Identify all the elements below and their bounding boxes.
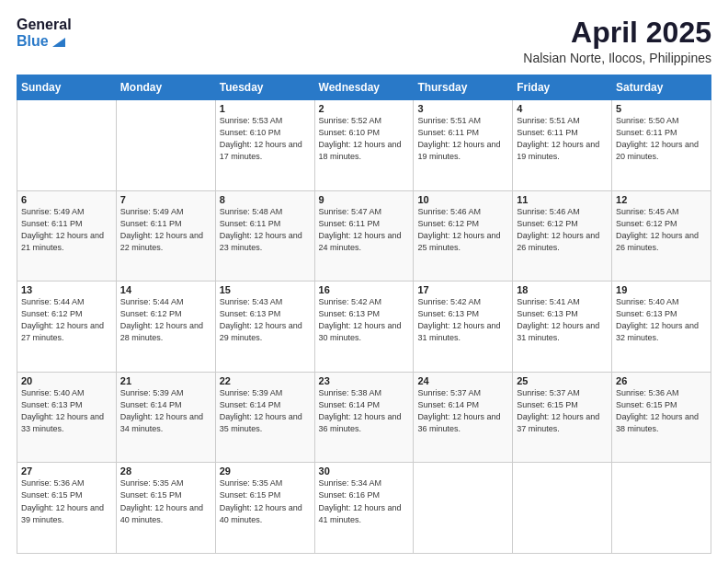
day-number: 14	[120, 284, 211, 295]
calendar-cell: 30Sunrise: 5:34 AM Sunset: 6:16 PM Dayli…	[314, 463, 414, 554]
title-block: April 2025 Nalsian Norte, Ilocos, Philip…	[523, 17, 711, 65]
day-number: 22	[220, 375, 311, 386]
day-info: Sunrise: 5:52 AM Sunset: 6:10 PM Dayligh…	[319, 115, 410, 163]
day-number: 24	[417, 375, 508, 386]
calendar-cell: 9Sunrise: 5:47 AM Sunset: 6:11 PM Daylig…	[314, 190, 414, 282]
day-number: 27	[21, 465, 112, 477]
day-info: Sunrise: 5:35 AM Sunset: 6:15 PM Dayligh…	[120, 477, 211, 525]
calendar-cell	[116, 100, 215, 191]
logo: General Blue	[17, 17, 72, 51]
calendar-cell: 11Sunrise: 5:46 AM Sunset: 6:12 PM Dayli…	[513, 190, 612, 282]
calendar-cell: 12Sunrise: 5:45 AM Sunset: 6:12 PM Dayli…	[612, 190, 711, 282]
day-info: Sunrise: 5:44 AM Sunset: 6:12 PM Dayligh…	[120, 296, 211, 344]
calendar-cell: 25Sunrise: 5:37 AM Sunset: 6:15 PM Dayli…	[513, 372, 612, 463]
calendar-cell: 27Sunrise: 5:36 AM Sunset: 6:15 PM Dayli…	[17, 463, 117, 554]
day-number: 28	[120, 465, 211, 477]
day-number: 1	[220, 103, 311, 114]
calendar-cell: 6Sunrise: 5:49 AM Sunset: 6:11 PM Daylig…	[17, 190, 117, 282]
day-number: 30	[319, 465, 410, 477]
calendar-cell: 15Sunrise: 5:43 AM Sunset: 6:13 PM Dayli…	[215, 282, 314, 373]
day-number: 21	[120, 375, 211, 386]
day-info: Sunrise: 5:42 AM Sunset: 6:13 PM Dayligh…	[417, 296, 508, 344]
header-thursday: Thursday	[414, 75, 513, 100]
day-number: 3	[417, 103, 508, 114]
day-info: Sunrise: 5:53 AM Sunset: 6:10 PM Dayligh…	[220, 115, 311, 163]
calendar-cell: 7Sunrise: 5:49 AM Sunset: 6:11 PM Daylig…	[116, 190, 215, 282]
location: Nalsian Norte, Ilocos, Philippines	[523, 51, 711, 65]
calendar-cell	[612, 463, 711, 554]
calendar-cell: 3Sunrise: 5:51 AM Sunset: 6:11 PM Daylig…	[414, 100, 513, 191]
calendar-cell: 17Sunrise: 5:42 AM Sunset: 6:13 PM Dayli…	[414, 282, 513, 373]
day-info: Sunrise: 5:48 AM Sunset: 6:11 PM Dayligh…	[220, 206, 311, 254]
calendar-cell: 19Sunrise: 5:40 AM Sunset: 6:13 PM Dayli…	[612, 282, 711, 373]
day-info: Sunrise: 5:45 AM Sunset: 6:12 PM Dayligh…	[616, 206, 707, 254]
day-number: 12	[616, 194, 707, 205]
day-info: Sunrise: 5:40 AM Sunset: 6:13 PM Dayligh…	[21, 387, 112, 435]
page: General Blue April 2025 Nalsian Norte, I…	[0, 0, 728, 563]
calendar-cell: 5Sunrise: 5:50 AM Sunset: 6:11 PM Daylig…	[612, 100, 711, 191]
day-number: 17	[417, 284, 508, 295]
calendar-cell: 4Sunrise: 5:51 AM Sunset: 6:11 PM Daylig…	[513, 100, 612, 191]
week-row-4: 20Sunrise: 5:40 AM Sunset: 6:13 PM Dayli…	[17, 372, 711, 463]
day-number: 25	[517, 375, 608, 386]
calendar-cell: 2Sunrise: 5:52 AM Sunset: 6:10 PM Daylig…	[314, 100, 414, 191]
day-number: 6	[21, 194, 112, 205]
calendar-table: SundayMondayTuesdayWednesdayThursdayFrid…	[17, 75, 711, 554]
day-info: Sunrise: 5:44 AM Sunset: 6:12 PM Dayligh…	[21, 296, 112, 344]
day-info: Sunrise: 5:51 AM Sunset: 6:11 PM Dayligh…	[417, 115, 508, 163]
day-number: 8	[220, 194, 311, 205]
day-number: 2	[319, 103, 410, 114]
day-number: 13	[21, 284, 112, 295]
calendar-cell: 16Sunrise: 5:42 AM Sunset: 6:13 PM Dayli…	[314, 282, 414, 373]
day-info: Sunrise: 5:37 AM Sunset: 6:15 PM Dayligh…	[517, 387, 608, 435]
calendar-cell: 13Sunrise: 5:44 AM Sunset: 6:12 PM Dayli…	[17, 282, 117, 373]
calendar-cell: 20Sunrise: 5:40 AM Sunset: 6:13 PM Dayli…	[17, 372, 117, 463]
day-number: 18	[517, 284, 608, 295]
day-number: 9	[319, 194, 410, 205]
day-number: 10	[417, 194, 508, 205]
header-saturday: Saturday	[612, 75, 711, 100]
day-info: Sunrise: 5:51 AM Sunset: 6:11 PM Dayligh…	[517, 115, 608, 163]
calendar-cell: 24Sunrise: 5:37 AM Sunset: 6:14 PM Dayli…	[414, 372, 513, 463]
day-number: 19	[616, 284, 707, 295]
day-info: Sunrise: 5:41 AM Sunset: 6:13 PM Dayligh…	[517, 296, 608, 344]
day-number: 20	[21, 375, 112, 386]
day-info: Sunrise: 5:37 AM Sunset: 6:14 PM Dayligh…	[417, 387, 508, 435]
svg-marker-0	[52, 38, 65, 47]
calendar-cell: 18Sunrise: 5:41 AM Sunset: 6:13 PM Dayli…	[513, 282, 612, 373]
calendar-cell	[17, 100, 117, 191]
header-monday: Monday	[116, 75, 215, 100]
calendar-cell: 29Sunrise: 5:35 AM Sunset: 6:15 PM Dayli…	[215, 463, 314, 554]
calendar-cell: 14Sunrise: 5:44 AM Sunset: 6:12 PM Dayli…	[116, 282, 215, 373]
day-info: Sunrise: 5:49 AM Sunset: 6:11 PM Dayligh…	[21, 206, 112, 254]
calendar-cell: 28Sunrise: 5:35 AM Sunset: 6:15 PM Dayli…	[116, 463, 215, 554]
day-info: Sunrise: 5:39 AM Sunset: 6:14 PM Dayligh…	[120, 387, 211, 435]
header: General Blue April 2025 Nalsian Norte, I…	[17, 17, 711, 65]
header-sunday: Sunday	[17, 75, 117, 100]
day-number: 29	[220, 465, 311, 477]
day-info: Sunrise: 5:36 AM Sunset: 6:15 PM Dayligh…	[21, 477, 112, 525]
day-info: Sunrise: 5:49 AM Sunset: 6:11 PM Dayligh…	[120, 206, 211, 254]
day-number: 16	[319, 284, 410, 295]
day-info: Sunrise: 5:46 AM Sunset: 6:12 PM Dayligh…	[517, 206, 608, 254]
day-number: 15	[220, 284, 311, 295]
day-number: 5	[616, 103, 707, 114]
header-friday: Friday	[513, 75, 612, 100]
calendar-cell: 22Sunrise: 5:39 AM Sunset: 6:14 PM Dayli…	[215, 372, 314, 463]
day-info: Sunrise: 5:34 AM Sunset: 6:16 PM Dayligh…	[319, 477, 410, 525]
logo-blue: Blue	[17, 33, 72, 50]
week-row-5: 27Sunrise: 5:36 AM Sunset: 6:15 PM Dayli…	[17, 463, 711, 554]
day-number: 11	[517, 194, 608, 205]
day-info: Sunrise: 5:38 AM Sunset: 6:14 PM Dayligh…	[319, 387, 410, 435]
day-number: 26	[616, 375, 707, 386]
day-number: 23	[319, 375, 410, 386]
calendar-cell: 1Sunrise: 5:53 AM Sunset: 6:10 PM Daylig…	[215, 100, 314, 191]
logo-arrow-icon	[52, 38, 65, 47]
calendar-cell: 10Sunrise: 5:46 AM Sunset: 6:12 PM Dayli…	[414, 190, 513, 282]
day-number: 7	[120, 194, 211, 205]
day-info: Sunrise: 5:46 AM Sunset: 6:12 PM Dayligh…	[417, 206, 508, 254]
week-row-1: 1Sunrise: 5:53 AM Sunset: 6:10 PM Daylig…	[17, 100, 711, 191]
day-info: Sunrise: 5:42 AM Sunset: 6:13 PM Dayligh…	[319, 296, 410, 344]
week-row-3: 13Sunrise: 5:44 AM Sunset: 6:12 PM Dayli…	[17, 282, 711, 373]
day-info: Sunrise: 5:40 AM Sunset: 6:13 PM Dayligh…	[616, 296, 707, 344]
